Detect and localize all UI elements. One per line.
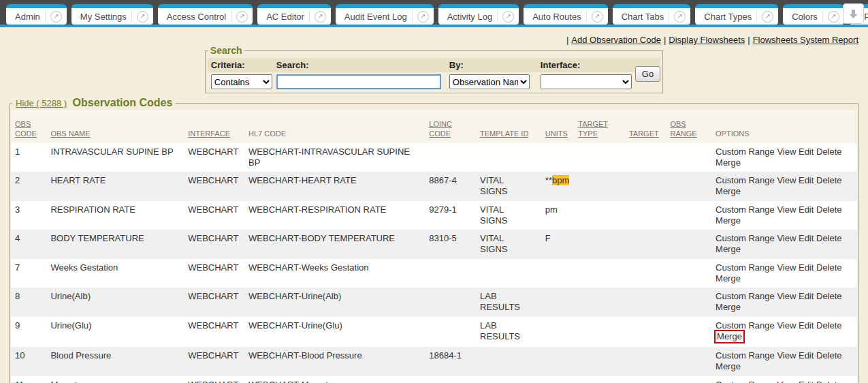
tab-label: My Settings (80, 12, 127, 22)
cell-options: Custom Range View Edit Delete Merge (711, 288, 857, 317)
view-link[interactable]: View (777, 204, 796, 215)
custom-range-link[interactable]: Custom Range (716, 262, 775, 273)
cell-hl7_code: WEBCHART-RESPIRATION RATE (244, 201, 425, 230)
edit-link[interactable]: Edit (799, 233, 814, 243)
cell-obs_range (666, 347, 711, 376)
delete-link[interactable]: Delete (816, 350, 842, 361)
edit-link[interactable]: Edit (799, 291, 814, 301)
view-link[interactable]: View (777, 175, 796, 185)
column-header-options: OPTIONS (711, 110, 857, 143)
edit-link[interactable]: Edit (799, 175, 814, 185)
tab-my-settings[interactable]: My Settings↗ (71, 4, 153, 25)
column-header-target_type[interactable]: TARGET TYPE (574, 110, 625, 143)
tab-audit-event-log[interactable]: Audit Event Log↗ (336, 4, 434, 25)
custom-range-link[interactable]: Custom Range (716, 175, 775, 185)
merge-link[interactable]: Merge (716, 186, 741, 196)
open-in-new-window-icon[interactable]: ↗ (315, 11, 326, 22)
cell-target (625, 376, 666, 383)
cell-loinc_code (425, 259, 476, 288)
view-link[interactable]: View (777, 233, 796, 243)
open-in-new-window-icon[interactable]: ↗ (674, 11, 686, 22)
criteria-select[interactable]: Contains (211, 74, 272, 89)
column-header-obs_name[interactable]: OBS NAME (46, 110, 184, 143)
open-in-new-window-icon[interactable]: ↗ (592, 11, 603, 22)
flowsheets-system-report-link[interactable]: Flowsheets System Report (753, 35, 858, 45)
open-in-new-window-icon[interactable]: ↗ (137, 11, 148, 22)
custom-range-link[interactable]: Custom Range (716, 350, 775, 361)
cell-obs_name: Urine(Glu) (46, 317, 184, 348)
delete-link[interactable]: Delete (816, 204, 842, 215)
delete-link[interactable]: Delete (816, 291, 842, 301)
cell-units: **bpm (541, 172, 574, 201)
cell-units (541, 288, 574, 317)
tab-chart-types[interactable]: Chart Types↗ (695, 4, 778, 25)
merge-link[interactable]: Merge (717, 331, 742, 341)
tab-ac-editor[interactable]: AC Editor↗ (257, 4, 331, 25)
delete-link[interactable]: Delete (816, 147, 842, 157)
edit-link[interactable]: Edit (799, 204, 814, 215)
tab-chart-tabs[interactable]: Chart Tabs↗ (613, 4, 691, 25)
hide-count-link[interactable]: Hide ( 5288 ) (16, 98, 67, 108)
column-header-target[interactable]: TARGET (625, 110, 666, 143)
view-link[interactable]: View (777, 291, 796, 301)
tab-divider (756, 11, 757, 22)
edit-link[interactable]: Edit (799, 320, 814, 331)
tab-overflow-down-button[interactable] (843, 3, 864, 24)
merge-link[interactable]: Merge (716, 157, 741, 168)
edit-link[interactable]: Edit (799, 147, 814, 157)
tab-admin[interactable]: Admin↗ (6, 4, 67, 25)
column-header-obs_code[interactable]: OBS CODE (11, 110, 46, 143)
cell-obs_name: HEART RATE (46, 172, 184, 201)
open-in-new-window-icon[interactable]: ↗ (236, 11, 248, 22)
column-header-units[interactable]: UNITS (541, 110, 574, 143)
open-in-new-window-icon[interactable]: ↗ (502, 11, 514, 22)
open-in-new-window-icon[interactable]: ↗ (762, 11, 773, 22)
cell-obs_range (666, 172, 711, 201)
view-link[interactable]: View (777, 147, 796, 157)
cell-template_id: LAB RESULTS (476, 317, 541, 348)
custom-range-link[interactable]: Custom Range (716, 320, 775, 331)
open-in-new-window-icon[interactable]: ↗ (50, 11, 62, 22)
delete-link[interactable]: Delete (816, 380, 842, 383)
tab-auto-routes[interactable]: Auto Routes↗ (524, 4, 608, 25)
view-link[interactable]: View (777, 350, 796, 361)
custom-range-link[interactable]: Custom Range (716, 204, 775, 215)
tab-divider (586, 11, 587, 22)
search-input[interactable] (276, 74, 441, 89)
open-in-new-window-icon[interactable]: ↗ (417, 11, 429, 22)
delete-link[interactable]: Delete (816, 320, 842, 331)
custom-range-link[interactable]: Custom Range (716, 147, 775, 157)
merge-link[interactable]: Merge (716, 215, 741, 226)
display-flowsheets-link[interactable]: Display Flowsheets (669, 35, 745, 45)
view-link[interactable]: View (777, 320, 796, 331)
view-link[interactable]: View (777, 262, 796, 273)
edit-link[interactable]: Edit (799, 262, 814, 273)
tab-colors[interactable]: Colors↗ (783, 4, 844, 25)
view-link[interactable]: View (777, 380, 796, 383)
column-header-loinc_code[interactable]: LOINC CODE (425, 110, 476, 143)
interface-select[interactable] (541, 74, 632, 89)
delete-link[interactable]: Delete (816, 262, 842, 273)
edit-link[interactable]: Edit (799, 350, 814, 361)
cell-interface: WEBCHART (184, 317, 244, 348)
column-header-interface[interactable]: INTERFACE (184, 110, 244, 143)
tab-access-control[interactable]: Access Control↗ (158, 4, 253, 25)
tab-activity-log[interactable]: Activity Log↗ (438, 4, 519, 25)
open-in-new-window-icon[interactable]: ↗ (828, 11, 839, 22)
merge-link[interactable]: Merge (716, 244, 741, 254)
edit-link[interactable]: Edit (799, 380, 814, 383)
custom-range-link[interactable]: Custom Range (716, 380, 775, 383)
merge-link[interactable]: Merge (716, 361, 741, 371)
delete-link[interactable]: Delete (816, 175, 842, 185)
delete-link[interactable]: Delete (816, 233, 842, 243)
custom-range-link[interactable]: Custom Range (716, 233, 775, 243)
tab-divider (669, 11, 669, 22)
column-header-obs_range[interactable]: OBS RANGE (666, 110, 711, 143)
custom-range-link[interactable]: Custom Range (716, 291, 775, 301)
merge-link[interactable]: Merge (716, 302, 741, 312)
merge-link[interactable]: Merge (716, 273, 741, 284)
column-header-template_id[interactable]: TEMPLATE ID (476, 110, 541, 143)
add-observation-code-link[interactable]: Add Observation Code (571, 35, 661, 45)
by-select[interactable]: Observation Name (449, 74, 530, 89)
go-button[interactable]: Go (635, 66, 660, 82)
